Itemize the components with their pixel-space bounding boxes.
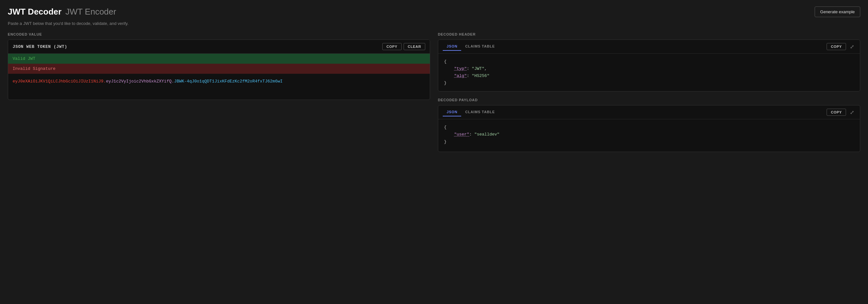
jwt-part1: eyJ0eXAiOiJKV1QiLCJhbGciOiJIUzI1NiJ9 — [12, 79, 103, 84]
decoded-header-line-open: { — [444, 58, 854, 65]
decoded-payload-line-open: { — [444, 124, 854, 131]
decoded-payload-container: JSON CLAIMS TABLE COPY ⤢ { "user": "seal… — [438, 105, 860, 152]
page-title-decoder: JWT Decoder — [8, 7, 61, 17]
brace-open-2: { — [444, 125, 446, 130]
encoded-toolbar: JSON WEB TOKEN (JWT) COPY CLEAR — [8, 40, 430, 54]
decoded-header-actions: COPY ⤢ — [827, 43, 856, 51]
decoded-header-line-close: } — [444, 80, 854, 87]
encoded-toolbar-label: JSON WEB TOKEN (JWT) — [12, 44, 67, 49]
status-valid-bar: Valid JWT — [8, 54, 430, 64]
tab-payload-claims[interactable]: CLAIMS TABLE — [461, 108, 499, 116]
decoded-header-section: DECODED HEADER JSON CLAIMS TABLE COPY ⤢ … — [438, 32, 860, 92]
right-panel: DECODED HEADER JSON CLAIMS TABLE COPY ⤢ … — [438, 32, 860, 152]
tab-header-claims[interactable]: CLAIMS TABLE — [461, 42, 499, 51]
jwt-part2: eyJ1c2VyIjoic2VhbGxkZXYifQ — [106, 79, 172, 84]
page-header: JWT Decoder JWT Encoder Generate example — [8, 6, 860, 17]
decoded-payload-tabs: JSON CLAIMS TABLE — [443, 108, 499, 116]
main-layout: ENCODED VALUE JSON WEB TOKEN (JWT) COPY … — [8, 32, 860, 152]
left-panel: ENCODED VALUE JSON WEB TOKEN (JWT) COPY … — [8, 32, 430, 100]
decoded-payload-section: DECODED PAYLOAD JSON CLAIMS TABLE COPY ⤢… — [438, 98, 860, 152]
decoded-payload-label: DECODED PAYLOAD — [438, 98, 860, 102]
decoded-payload-copy-button[interactable]: COPY — [827, 109, 846, 116]
brace-close-2: } — [444, 140, 446, 144]
decoded-header-copy-button[interactable]: COPY — [827, 43, 846, 50]
decoded-header-line-typ: "typ": "JWT", — [444, 65, 854, 72]
brace-open-1: { — [444, 59, 446, 64]
header-key-typ: "typ" — [454, 66, 467, 71]
decoded-header-container: JSON CLAIMS TABLE COPY ⤢ { "typ": "JWT",… — [438, 39, 860, 92]
decoded-header-content: { "typ": "JWT", "alg": "HS256" } — [438, 54, 860, 91]
decoded-header-line-alg: "alg": "HS256" — [444, 72, 854, 80]
decoded-payload-expand-button[interactable]: ⤢ — [848, 109, 856, 116]
decoded-payload-toolbar: JSON CLAIMS TABLE COPY ⤢ — [438, 105, 860, 119]
decoded-header-tabs: JSON CLAIMS TABLE — [443, 42, 499, 51]
tab-header-json[interactable]: JSON — [443, 42, 461, 51]
encoded-container: JSON WEB TOKEN (JWT) COPY CLEAR Valid JW… — [8, 39, 430, 100]
decoded-payload-line-close: } — [444, 139, 854, 146]
encoded-copy-button[interactable]: COPY — [382, 43, 402, 50]
status-invalid-bar: Invalid Signature — [8, 64, 430, 74]
encoded-section-label: ENCODED VALUE — [8, 32, 430, 36]
header-val-typ: "JWT" — [472, 66, 485, 71]
jwt-dot1: . — [103, 79, 106, 84]
decoded-payload-line-user: "user": "sealldev" — [444, 131, 854, 138]
header-val-alg: "HS256" — [472, 73, 490, 78]
payload-val-user: "sealldev" — [474, 132, 500, 137]
decoded-header-label: DECODED HEADER — [438, 32, 860, 36]
jwt-part3: JBWK-4qJ0o1qQDT1JixKFdEzKc2fM2oR4fxTJ62m… — [174, 79, 282, 84]
page-subtitle: Paste a JWT below that you'd like to dec… — [8, 21, 860, 26]
header-key-alg: "alg" — [454, 73, 467, 78]
payload-key-user: "user" — [454, 132, 469, 137]
header-titles: JWT Decoder JWT Encoder — [8, 7, 116, 17]
decoded-payload-actions: COPY ⤢ — [827, 109, 856, 116]
encoded-toolbar-buttons: COPY CLEAR — [382, 43, 425, 50]
jwt-encoded-value[interactable]: eyJ0eXAiOiJKV1QiLCJhbGciOiJIUzI1NiJ9.eyJ… — [8, 74, 430, 100]
generate-example-button[interactable]: Generate example — [815, 6, 860, 17]
encoded-clear-button[interactable]: CLEAR — [404, 43, 425, 50]
decoded-header-toolbar: JSON CLAIMS TABLE COPY ⤢ — [438, 40, 860, 54]
tab-payload-json[interactable]: JSON — [443, 108, 461, 116]
page-title-encoder[interactable]: JWT Encoder — [65, 7, 116, 17]
brace-close-1: } — [444, 81, 446, 85]
decoded-header-expand-button[interactable]: ⤢ — [848, 43, 856, 51]
decoded-payload-content: { "user": "sealldev" } — [438, 119, 860, 152]
